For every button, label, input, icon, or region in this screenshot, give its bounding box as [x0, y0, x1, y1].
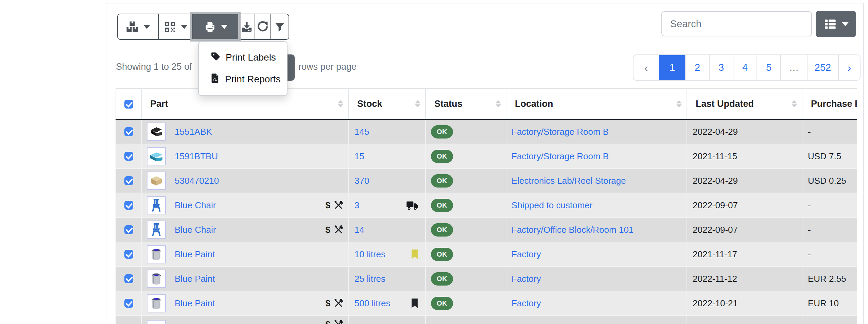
column-header-purchase-price[interactable]: Purchase Price — [802, 88, 857, 119]
filter-icon — [274, 21, 285, 32]
status-cell — [426, 315, 506, 324]
pagination-page-5[interactable]: 5 — [757, 55, 780, 80]
location-link[interactable]: Factory/Storage Room B — [511, 151, 609, 161]
column-header-last-updated[interactable]: Last Updated — [687, 88, 802, 119]
tools-icon[interactable] — [334, 298, 343, 308]
part-link[interactable]: Blue Chair — [175, 225, 216, 235]
location-link[interactable]: Factory — [511, 249, 541, 259]
row-checkbox[interactable] — [124, 250, 133, 259]
table-row: Blue Paint25 litresOKFactory2022-11-12EU… — [116, 266, 857, 291]
tools-icon[interactable] — [334, 320, 343, 324]
sort-icon[interactable] — [338, 100, 343, 108]
table-row: 1591BTBU15OKFactory/Storage Room B2021-1… — [116, 144, 857, 168]
last-updated-cell: 2022-10-21 — [687, 291, 802, 315]
row-checkbox[interactable] — [124, 201, 133, 210]
sort-icon[interactable] — [415, 100, 420, 108]
sort-icon[interactable] — [676, 100, 682, 108]
column-select-button[interactable] — [816, 11, 856, 37]
stock-cell: 145 — [348, 119, 426, 144]
download-button[interactable] — [238, 14, 255, 39]
printing-options-button[interactable] — [192, 14, 238, 39]
status-badge: OK — [431, 297, 453, 310]
pagination-page-1[interactable]: 1 — [659, 55, 685, 80]
row-checkbox[interactable] — [124, 152, 133, 161]
stock-link[interactable]: 14 — [354, 225, 364, 235]
refresh-button[interactable] — [255, 14, 270, 39]
part-link[interactable]: Blue Paint — [175, 298, 215, 309]
pagination-page-3[interactable]: 3 — [709, 55, 733, 80]
select-all-checkbox[interactable] — [124, 100, 133, 109]
stock-link[interactable]: 3 — [354, 200, 359, 211]
sort-icon[interactable] — [496, 100, 501, 108]
chevron-left-icon: ‹ — [644, 62, 648, 73]
stock-link[interactable]: 10 litres — [354, 249, 385, 260]
part-cell: $ — [141, 315, 348, 324]
pricing-dollar-icon[interactable]: $ — [326, 319, 330, 324]
pagination-prev-button[interactable]: ‹ — [633, 55, 659, 80]
part-link[interactable]: 1591BTBU — [175, 151, 218, 162]
status-cell: OK — [426, 291, 506, 315]
row-checkbox[interactable] — [124, 176, 133, 185]
row-select-cell — [116, 193, 141, 217]
print-menu-item[interactable]: Print Labels — [199, 47, 287, 68]
column-header-status[interactable]: Status — [426, 88, 506, 119]
location-link[interactable]: Electronics Lab/Reel Storage — [511, 176, 626, 186]
pricing-dollar-icon[interactable]: $ — [326, 298, 330, 309]
last-updated-cell: 2022-04-29 — [687, 168, 802, 193]
stock-link[interactable]: 370 — [354, 176, 369, 186]
stock-link[interactable]: 25 litres — [354, 274, 385, 284]
stock-options-button[interactable] — [118, 14, 158, 39]
location-link[interactable]: Factory/Office Block/Room 101 — [511, 225, 633, 235]
part-thumbnail — [147, 123, 166, 141]
pagination-page-252[interactable]: 252 — [807, 55, 838, 80]
print-menu-item-label: Print Labels — [226, 52, 276, 63]
part-cell: Blue Paint — [141, 242, 348, 266]
refresh-icon — [257, 21, 268, 33]
row-select-cell — [116, 242, 141, 266]
location-link[interactable]: Factory — [511, 274, 541, 284]
pricing-dollar-icon[interactable]: $ — [326, 225, 330, 235]
stock-link[interactable]: 500 litres — [354, 298, 390, 309]
location-link[interactable]: Factory — [511, 298, 541, 308]
pdf-icon — [210, 73, 220, 86]
part-link[interactable]: 530470210 — [175, 176, 219, 186]
row-checkbox[interactable] — [124, 274, 133, 283]
location-link[interactable]: Shipped to customer — [511, 200, 592, 210]
part-link[interactable]: Blue Paint — [175, 274, 215, 284]
part-thumbnail — [147, 320, 166, 324]
location-link[interactable]: Factory/Storage Room B — [511, 127, 609, 137]
row-checkbox[interactable] — [124, 127, 133, 136]
stock-link[interactable]: 145 — [354, 127, 369, 137]
pagination-page-2[interactable]: 2 — [685, 55, 709, 80]
location-cell: Shipped to customer — [506, 193, 687, 217]
barcode-options-button[interactable] — [158, 14, 192, 39]
pagination-next-button[interactable]: › — [838, 55, 860, 80]
truck-icon — [406, 200, 418, 210]
print-menu-item[interactable]: Print Reports — [199, 68, 287, 90]
part-link[interactable]: 1551ABK — [175, 127, 212, 137]
row-checkbox[interactable] — [124, 299, 133, 308]
pagination: ‹12345…252› — [633, 54, 861, 81]
tools-icon[interactable] — [334, 225, 343, 234]
tools-icon[interactable] — [334, 200, 343, 210]
status-cell: OK — [426, 266, 506, 291]
part-link[interactable]: Blue Chair — [175, 200, 216, 211]
stock-cell: 10 litres — [348, 242, 426, 266]
status-cell: OK — [426, 119, 506, 144]
filter-button[interactable] — [270, 14, 289, 39]
stock-link[interactable]: 15 — [354, 151, 364, 162]
column-header-location[interactable]: Location — [506, 88, 687, 119]
status-badge: OK — [431, 272, 453, 286]
part-link[interactable]: Blue Paint — [175, 249, 215, 260]
stock-table: PartStockStatusLocationLast UpdatedPurch… — [116, 88, 857, 324]
column-header-stock[interactable]: Stock — [348, 88, 426, 119]
part-cell: Blue Chair$ — [141, 193, 348, 217]
sort-icon[interactable] — [792, 100, 797, 108]
search-input[interactable] — [661, 11, 812, 36]
chevron-down-icon — [181, 25, 188, 29]
pricing-dollar-icon[interactable]: $ — [326, 200, 330, 211]
pagination-page-4[interactable]: 4 — [733, 55, 757, 80]
row-checkbox[interactable] — [124, 225, 133, 234]
row-select-cell — [116, 217, 141, 242]
row-select-cell — [116, 266, 141, 291]
